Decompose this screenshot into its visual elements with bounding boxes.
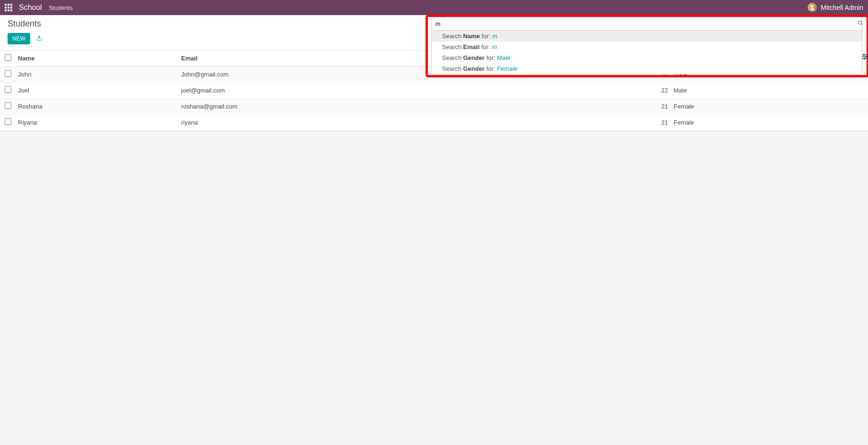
app-brand[interactable]: School (19, 3, 42, 12)
user-menu[interactable]: Mitchell Admin (808, 3, 863, 12)
row-checkbox[interactable] (5, 102, 11, 109)
top-navbar: School Students Mitchell Admin (0, 0, 868, 15)
svg-point-8 (864, 58, 865, 59)
svg-point-6 (866, 56, 867, 58)
cell-name: Riyana (16, 115, 176, 131)
apps-icon[interactable] (5, 4, 12, 11)
download-icon (36, 34, 42, 41)
search-panel: Search Name for: mSearch Email for: mSea… (431, 15, 862, 75)
cell-name: Joel (16, 83, 176, 99)
cell-name: Roshana (16, 99, 176, 115)
user-name: Mitchell Admin (821, 4, 863, 11)
svg-point-4 (863, 54, 865, 56)
avatar (808, 3, 817, 12)
search-suggestions: Search Name for: mSearch Email for: mSea… (431, 31, 862, 75)
svg-line-2 (861, 24, 863, 25)
search-suggestion[interactable]: Search Name for: m (432, 31, 862, 42)
cell-gender: Female (670, 99, 868, 115)
cell-email: roshana@gmail.com (176, 99, 642, 115)
cell-email: riyana (176, 115, 642, 131)
select-all-checkbox[interactable] (5, 54, 11, 61)
cell-age: 22 (642, 83, 670, 99)
table-row[interactable]: Riyanariyana21Female (0, 115, 868, 131)
cell-age: 21 (642, 99, 670, 115)
row-checkbox[interactable] (5, 86, 11, 93)
cell-gender: Male (670, 83, 868, 99)
svg-point-0 (811, 5, 813, 8)
row-checkbox[interactable] (5, 118, 11, 125)
table-row[interactable]: Roshanaroshana@gmail.com21Female (0, 99, 868, 115)
nav-link-students[interactable]: Students (49, 4, 73, 11)
search-icon[interactable] (854, 20, 862, 28)
search-input[interactable] (432, 18, 854, 29)
cell-age: 21 (642, 115, 670, 131)
export-button[interactable] (34, 33, 44, 44)
svg-point-1 (858, 21, 861, 24)
cell-email: joel@gmail.com (176, 83, 642, 99)
search-box[interactable] (431, 17, 862, 31)
control-panel: Students NEW Search Name for: mSearch Em… (0, 15, 868, 50)
cell-gender: Female (670, 115, 868, 131)
search-suggestion[interactable]: Search Gender for: Female (432, 63, 862, 74)
search-suggestion[interactable]: Search Email for: m (432, 42, 862, 52)
new-button[interactable]: NEW (8, 33, 30, 44)
row-checkbox[interactable] (5, 70, 11, 77)
cell-name: John (16, 67, 176, 83)
filters-icon[interactable] (861, 53, 868, 62)
table-row[interactable]: Joeljoel@gmail.com22Male (0, 83, 868, 99)
header-name[interactable]: Name (16, 50, 176, 67)
search-suggestion[interactable]: Search Gender for: Male (432, 52, 862, 63)
